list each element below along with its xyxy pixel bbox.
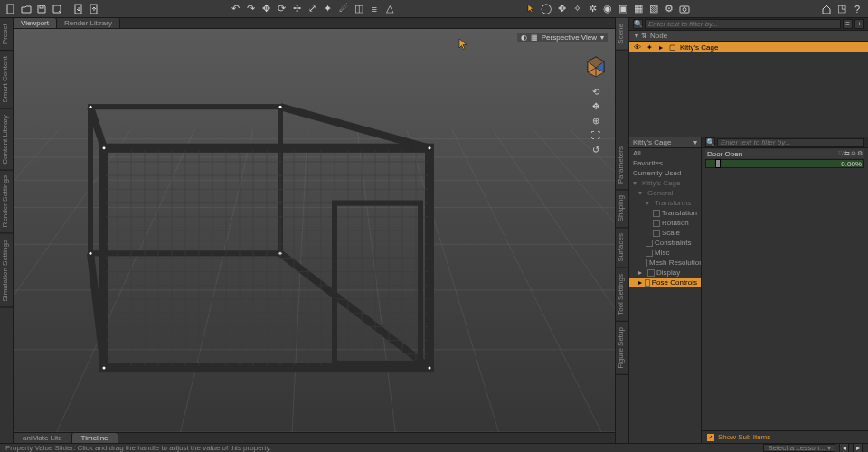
aim-tool[interactable]: ▦ — [631, 2, 646, 16]
slider-handle[interactable] — [715, 159, 721, 168]
draw-style-dropdown[interactable]: ▦ — [531, 33, 538, 42]
camera-tool[interactable]: ▣ — [616, 2, 630, 16]
view-cube[interactable] — [582, 52, 609, 80]
lock-icon[interactable]: ⇆ — [844, 150, 850, 157]
camera-label[interactable]: Perspective View — [542, 33, 597, 42]
animate-lite-tab[interactable]: aniMate Lite — [14, 433, 72, 443]
param-group-misc[interactable]: Misc — [629, 248, 701, 258]
show-sub-items-row[interactable]: ✓ Show Sub Items — [702, 430, 868, 443]
reset-view-button[interactable]: ↺ — [590, 143, 602, 155]
param-group-currently-used[interactable]: Currently Used — [629, 168, 701, 178]
help-button[interactable]: ? — [850, 2, 864, 16]
smart-content-tab[interactable]: Smart Content — [0, 51, 13, 109]
universal-tool[interactable]: ✦ — [321, 2, 335, 16]
param-group-display[interactable]: ▸Display — [629, 268, 701, 278]
sort-icon[interactable]: ⇅ — [641, 32, 647, 40]
param-group-general[interactable]: ▾General — [629, 188, 701, 198]
param-group-constraints[interactable]: Constraints — [629, 238, 701, 248]
slider-value: 0.00% — [841, 160, 862, 168]
node-select-tool[interactable]: ✥ — [259, 2, 274, 16]
scene-filter-input[interactable] — [645, 19, 841, 29]
search-icon[interactable]: 🔍 — [633, 19, 643, 29]
lesson-prev-button[interactable]: ◂ — [839, 443, 849, 452]
parameter-filter-input[interactable] — [717, 138, 864, 147]
svg-point-32 — [279, 106, 282, 108]
align-tool[interactable]: ≡ — [367, 2, 382, 16]
rotate-tool[interactable]: ⟳ — [275, 2, 289, 16]
orbit-button[interactable]: ⟲ — [590, 85, 602, 98]
scene-node-kittys-cage[interactable]: 👁 ✦ ▸ ▢ Kitty's Cage — [629, 42, 868, 52]
param-group-mesh-resolution[interactable]: Mesh Resolution — [629, 258, 701, 268]
timeline-tab[interactable]: Timeline — [72, 433, 118, 443]
param-group-translation[interactable]: Translation — [629, 208, 701, 218]
home-button[interactable] — [819, 2, 834, 16]
bone-icon[interactable]: ✦ — [645, 42, 654, 52]
param-group-pose-controls[interactable]: ▸Pose Controls — [629, 278, 701, 287]
dropdown-icon[interactable]: ▾ — [693, 138, 697, 146]
filter-add-button[interactable]: + — [854, 19, 864, 29]
svg-point-35 — [103, 146, 106, 149]
frame-button[interactable]: ⛶ — [590, 128, 602, 141]
checkbox-icon[interactable]: ✓ — [707, 434, 714, 441]
expand-icon[interactable]: ▸ — [656, 42, 665, 52]
pan-button[interactable]: ✥ — [590, 99, 602, 112]
simulation-settings-tab[interactable]: Simulation Settings — [0, 234, 13, 307]
translate-tool[interactable]: ✢ — [290, 2, 305, 16]
parameter-slider[interactable]: 0.00% — [705, 159, 864, 168]
parameters-tab[interactable]: Parameters — [616, 141, 628, 190]
import-button[interactable] — [71, 2, 86, 16]
param-group-rotation[interactable]: Rotation — [629, 218, 701, 228]
status-text: Property Value Slider: Click and drag th… — [5, 444, 271, 452]
reset-icon[interactable]: ⊘ — [851, 150, 856, 157]
undo-button[interactable]: ↶ — [229, 2, 243, 16]
joint-tool[interactable]: ✲ — [585, 2, 599, 16]
param-group-transforms[interactable]: ▾Transforms — [629, 198, 701, 208]
camera-dropdown-icon[interactable]: ▾ — [600, 33, 604, 42]
scale-tool[interactable]: ⤢ — [306, 2, 320, 16]
settings-icon[interactable]: ⚙ — [857, 150, 863, 157]
dolly-button[interactable]: ⊕ — [590, 114, 602, 127]
render-button[interactable]: ▧ — [646, 2, 661, 16]
measure-tool[interactable]: △ — [382, 2, 397, 16]
viewport-tab[interactable]: Viewport — [14, 18, 57, 28]
figure-setup-tab[interactable]: Figure Setup — [616, 322, 628, 375]
param-group-favorites[interactable]: Favorites — [629, 158, 701, 168]
sphere-icon[interactable]: ◐ — [521, 33, 527, 42]
open-file-button[interactable] — [19, 2, 33, 16]
surface-select-tool[interactable]: ◫ — [352, 2, 366, 16]
preset-tab[interactable]: Preset — [0, 18, 13, 51]
favorite-icon[interactable]: ♡ — [838, 150, 844, 157]
surfaces-tab[interactable]: Surfaces — [616, 228, 628, 268]
render-library-tab[interactable]: Render Library — [57, 18, 120, 28]
param-group-scale[interactable]: Scale — [629, 228, 701, 238]
render-settings-button[interactable]: ⚙ — [662, 2, 676, 16]
param-group-kitty-s-cage[interactable]: ▾Kitty's Cage — [629, 178, 701, 188]
param-group-all[interactable]: All — [629, 148, 701, 158]
lesson-next-button[interactable]: ▸ — [853, 443, 863, 452]
save-as-button[interactable] — [50, 2, 64, 16]
eye-icon[interactable]: 👁 — [633, 42, 642, 52]
region-tool[interactable]: ◯ — [539, 2, 553, 16]
move-viewport-tool[interactable]: ✥ — [554, 2, 569, 16]
content-library-tab[interactable]: Content Library — [0, 109, 13, 171]
spot-render-tool[interactable]: ◉ — [600, 2, 615, 16]
viewport[interactable]: ◐ ▦ Perspective View ▾ ⟲ ✥ ⊕ — [14, 29, 615, 432]
search-icon[interactable]: 🔍 — [705, 137, 715, 147]
expand-toggle-icon[interactable]: ▾ — [635, 32, 638, 40]
viewport-controls: ⟲ ✥ ⊕ ⛶ ↺ — [582, 52, 609, 155]
scale-viewport-tool[interactable]: ✧ — [570, 2, 584, 16]
shaping-tab[interactable]: Shaping — [616, 190, 628, 228]
render-settings-tab[interactable]: Render Settings — [0, 170, 13, 233]
scene-tab[interactable]: Scene — [616, 18, 628, 51]
tool-settings-tab[interactable]: Tool Settings — [616, 268, 628, 322]
lesson-selector[interactable]: Select a Lesson... ▾ — [763, 444, 835, 452]
new-file-button[interactable] — [4, 2, 18, 16]
workspace-button[interactable]: ◳ — [835, 2, 849, 16]
screenshot-button[interactable] — [677, 2, 692, 16]
pointer-tool[interactable] — [524, 2, 538, 16]
redo-button[interactable]: ↷ — [244, 2, 259, 16]
filter-options-button[interactable]: ≡ — [843, 19, 853, 29]
active-pose-tool[interactable]: ☄ — [336, 2, 351, 16]
save-button[interactable] — [34, 2, 49, 16]
export-button[interactable] — [87, 2, 101, 16]
